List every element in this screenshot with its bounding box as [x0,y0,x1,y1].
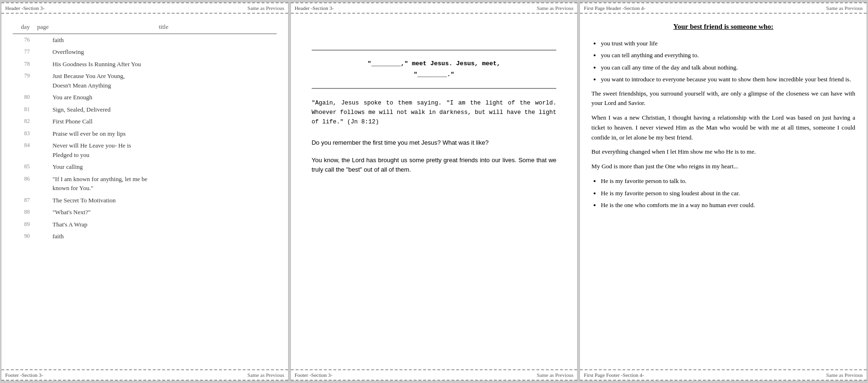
toc-title: Sign, Sealed, Delivered [51,104,277,116]
toc-row: 80You are Enough [13,91,277,104]
toc-row: 79Just Because You Are Young,Doesn't Mea… [13,70,277,91]
panel3-body: Your best friend is someone who: you tru… [580,14,867,369]
toc-row: 90 faith [13,230,277,243]
panel2: Header -Section 3- Same as Previous "___… [290,2,578,381]
toc-page [32,139,51,161]
panel2-header-label: Header -Section 3- [295,5,334,11]
article-list1: you trust with your lifeyou can tell any… [601,39,855,84]
article-paragraph: When I was a new Christian, I thought ha… [591,113,855,142]
toc-page [32,173,51,194]
toc-row: 76faith [13,34,277,46]
toc-title: Never will He Leave you- He isPledged to… [51,139,277,161]
toc-row: 88"What's Next?" [13,206,277,218]
toc-day: 86 [13,173,32,194]
toc-title: You are Enough [51,91,277,104]
scripture-intro: "________," meet Jesus. Jesus, meet,"___… [321,58,547,80]
toc-col-title: title [51,21,277,34]
toc-row: 89That's A Wrap [13,218,277,231]
toc-page [32,161,51,173]
list-item: you can tell anything and everything to. [601,51,855,60]
toc-day: 89 [13,218,32,231]
panel2-header: Header -Section 3- Same as Previous [291,2,578,14]
list-item: He is my favorite person to talk to. [601,176,855,186]
toc-day: 81 [13,104,32,116]
panel2-footer: Footer -Section 3- Same as Previous [291,369,578,381]
article-paragraph: The sweet friendships, you surround your… [591,89,855,109]
toc-row: 81Sign, Sealed, Delivered [13,104,277,116]
panel1-body: day page title 76faith77Overflowing78His… [1,14,288,369]
toc-title: faith [51,230,277,243]
article-paragraph: But everything changed when I let Him sh… [591,147,855,157]
panel1-header: Header -Section 3- Same as Previous [1,2,288,14]
toc-title: "If I am known for anything, let me bekn… [51,173,277,194]
panel3-footer-label: First Page Footer -Section 4- [584,372,644,378]
panel1-footer-label: Footer -Section 3- [5,372,43,378]
panel1: Header -Section 3- Same as Previous day … [1,2,289,381]
toc-page [32,34,51,46]
toc-row: 77Overflowing [13,46,277,58]
panel2-footer-label: Footer -Section 3- [295,372,333,378]
panel2-footer-same: Same as Previous [537,372,574,378]
toc-table: day page title 76faith77Overflowing78His… [13,21,277,243]
toc-row: 87The Secret To Motivation [13,194,277,207]
list-item: you can call any time of the day and tal… [601,63,855,72]
toc-title: First Phone Call [51,115,277,128]
scripture-quote: "Again, Jesus spoke to them saying. "I a… [312,98,557,127]
toc-page [32,46,51,58]
article-list2: He is my favorite person to talk to.He i… [601,176,855,210]
toc-day: 85 [13,161,32,173]
article-paragraph: My God is more than just the One who rei… [591,162,855,172]
toc-day: 84 [13,139,32,161]
toc-title: The Secret To Motivation [51,194,277,207]
toc-page [32,128,51,140]
toc-day: 90 [13,230,32,243]
toc-title: "What's Next?" [51,206,277,218]
toc-row: 84Never will He Leave you- He isPledged … [13,139,277,161]
panel2-header-same: Same as Previous [537,5,574,11]
panel3-header-label: First Page Header -Section 4- [584,5,645,11]
list-item: He is the one who comforts me in a way n… [601,200,855,210]
panel1-header-same: Same as Previous [247,5,284,11]
toc-day: 78 [13,58,32,70]
panel3: First Page Header -Section 4- Same as Pr… [579,2,867,381]
toc-page [32,194,51,207]
toc-page [32,58,51,70]
list-item: you want to introduce to everyone becaus… [601,75,855,84]
toc-page [32,91,51,104]
toc-row: 86"If I am known for anything, let me be… [13,173,277,194]
panel3-footer: First Page Footer -Section 4- Same as Pr… [580,369,867,381]
toc-day: 87 [13,194,32,207]
panel3-header-same: Same as Previous [826,5,863,11]
toc-day: 76 [13,34,32,46]
toc-row: 82First Phone Call [13,115,277,128]
panel1-header-label: Header -Section 3- [5,5,44,11]
reflection2: You know, the Lord has brought us some p… [312,156,557,175]
toc-title: His Goodness Is Running After You [51,58,277,70]
toc-title: Your calling [51,161,277,173]
panel1-footer-same: Same as Previous [247,372,284,378]
toc-page [32,206,51,218]
toc-page [32,115,51,128]
article-title: Your best friend is someone who: [591,21,855,32]
toc-title: Praise will ever be on my lips [51,128,277,140]
toc-row: 85Your calling [13,161,277,173]
toc-page [32,104,51,116]
toc-day: 80 [13,91,32,104]
toc-title: That's A Wrap [51,218,277,231]
toc-title: Just Because You Are Young,Doesn't Mean … [51,70,277,91]
toc-day: 79 [13,70,32,91]
toc-day: 82 [13,115,32,128]
toc-title: faith [51,34,277,46]
panel1-footer: Footer -Section 3- Same as Previous [1,369,288,381]
scripture-box: "________," meet Jesus. Jesus, meet,"___… [312,50,557,89]
toc-row: 83Praise will ever be on my lips [13,128,277,140]
toc-row: 78His Goodness Is Running After You [13,58,277,70]
panel2-body: "________," meet Jesus. Jesus, meet,"___… [291,14,578,369]
panel3-header: First Page Header -Section 4- Same as Pr… [580,2,867,14]
toc-day: 77 [13,46,32,58]
toc-page [32,230,51,243]
toc-page [32,218,51,231]
list-item: you trust with your life [601,39,855,48]
panel3-footer-same: Same as Previous [826,372,863,378]
list-item: He is my favorite person to sing loudest… [601,189,855,198]
